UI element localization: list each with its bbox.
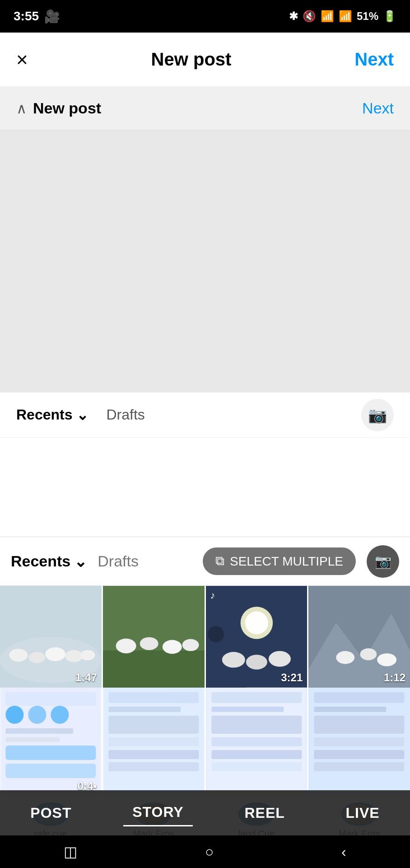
svg-point-11 — [163, 640, 182, 654]
svg-rect-50 — [314, 716, 405, 734]
svg-point-6 — [80, 650, 95, 660]
media-thumb-4[interactable]: 1:12 — [308, 586, 410, 688]
camera-status-icon: 🎥 — [44, 9, 60, 24]
screenshot-thumb-2[interactable] — [103, 688, 205, 796]
media-thumb-2[interactable] — [103, 586, 205, 688]
svg-rect-44 — [211, 737, 302, 746]
camera-icon: 📷 — [375, 553, 391, 569]
bluetooth-icon: ✱ — [289, 10, 298, 23]
svg-rect-35 — [108, 707, 181, 712]
bottom-tabs: POST STORY REEL LIVE — [0, 790, 410, 835]
inner-recents-dropdown[interactable]: Recents ⌄ — [16, 406, 89, 424]
media-duration-4: 1:12 — [384, 671, 405, 684]
recents-dropdown[interactable]: Recents ⌄ — [11, 552, 87, 571]
screenshot-thumb-3[interactable] — [206, 688, 308, 796]
media-thumb-1[interactable]: 1:47 — [0, 586, 102, 688]
svg-rect-25 — [5, 692, 96, 706]
svg-rect-46 — [211, 762, 302, 771]
tab-reel[interactable]: REEL — [235, 800, 294, 826]
svg-rect-29 — [5, 728, 73, 734]
inner-camera-button[interactable]: 📷 — [361, 399, 394, 431]
svg-rect-42 — [211, 707, 284, 712]
music-icon-3: ♪ — [210, 590, 215, 601]
status-time: 3:55 — [14, 9, 39, 24]
svg-point-16 — [222, 652, 245, 668]
svg-rect-49 — [314, 707, 387, 712]
svg-point-18 — [268, 651, 290, 667]
svg-rect-36 — [108, 716, 199, 734]
inner-toolbar: Recents ⌄ Drafts 📷 — [0, 392, 410, 438]
svg-rect-39 — [108, 762, 199, 771]
svg-point-27 — [28, 706, 46, 724]
svg-rect-52 — [314, 750, 405, 759]
svg-point-10 — [140, 637, 158, 650]
svg-point-4 — [45, 647, 65, 661]
media-duration-1: 1:47 — [75, 671, 97, 684]
svg-rect-41 — [211, 692, 302, 703]
svg-rect-31 — [5, 745, 96, 760]
media-thumb-3[interactable]: ♪ 3:21 — [206, 586, 308, 688]
battery-percent: 51% — [357, 10, 378, 23]
svg-rect-32 — [5, 764, 96, 778]
recents-chevron-icon: ⌄ — [74, 552, 87, 571]
screenshots-row: 0:4▪ — [0, 688, 410, 796]
sub-next-button[interactable]: Next — [362, 99, 394, 117]
select-multiple-button[interactable]: ⧉ SELECT MULTIPLE — [203, 547, 356, 575]
svg-point-15 — [245, 611, 268, 634]
svg-point-26 — [5, 706, 23, 724]
svg-point-17 — [246, 655, 267, 670]
nav-home-button[interactable]: ○ — [205, 844, 214, 860]
collapse-chevron-icon[interactable]: ∧ — [16, 100, 27, 117]
screenshot-thumb-4[interactable] — [308, 688, 410, 796]
sub-header-title: New post — [33, 99, 101, 117]
svg-point-9 — [116, 638, 136, 653]
svg-rect-45 — [211, 750, 302, 759]
status-bar: 3:55 🎥 ✱ 🔇 📶 📶 51% 🔋 — [0, 0, 410, 33]
svg-point-21 — [336, 651, 355, 664]
media-grid: 1:47 ♪ 3:21 — [0, 586, 410, 688]
page-title: New post — [151, 49, 232, 70]
svg-rect-8 — [103, 651, 205, 688]
svg-point-5 — [65, 650, 83, 662]
tab-live[interactable]: LIVE — [337, 800, 389, 826]
status-bar-left: 3:55 🎥 — [14, 9, 60, 24]
close-button[interactable]: × — [16, 50, 28, 70]
svg-point-12 — [182, 639, 199, 651]
select-multiple-icon: ⧉ — [215, 554, 224, 569]
camera-button[interactable]: 📷 — [367, 545, 399, 578]
sub-header-panel: ∧ New post Next — [0, 87, 410, 130]
svg-point-3 — [28, 652, 45, 663]
recents-label: Recents — [11, 552, 70, 570]
screenshot-thumb-1[interactable]: 0:4▪ — [0, 688, 102, 796]
svg-point-22 — [360, 648, 377, 660]
nav-recents-button[interactable]: ◫ — [64, 843, 77, 860]
inner-recents-chevron-icon: ⌄ — [76, 406, 89, 424]
inner-drafts-tab[interactable]: Drafts — [107, 406, 145, 423]
drafts-tab[interactable]: Drafts — [98, 552, 139, 570]
media-duration-3: 3:21 — [281, 671, 303, 684]
media-toolbar: Recents ⌄ Drafts ⧉ SELECT MULTIPLE 📷 — [0, 537, 410, 586]
svg-rect-43 — [211, 716, 302, 734]
tab-story[interactable]: STORY — [123, 799, 192, 826]
svg-rect-48 — [314, 692, 405, 703]
svg-rect-53 — [314, 762, 405, 771]
preview-area — [0, 130, 410, 392]
svg-rect-38 — [108, 750, 199, 759]
signal-icon: 📶 — [339, 10, 352, 23]
tab-post[interactable]: POST — [21, 800, 80, 826]
mute-icon: 🔇 — [303, 10, 316, 23]
nav-back-button[interactable]: ‹ — [341, 844, 346, 860]
svg-point-28 — [51, 706, 69, 724]
header: × New post Next — [0, 33, 410, 87]
next-button[interactable]: Next — [354, 49, 394, 70]
battery-icon: 🔋 — [383, 10, 396, 23]
svg-rect-34 — [108, 692, 199, 703]
svg-point-2 — [9, 649, 28, 662]
system-nav: ◫ ○ ‹ — [0, 835, 410, 868]
inner-recents-label: Recents — [16, 406, 73, 423]
wifi-icon: 📶 — [321, 10, 334, 23]
empty-panel — [0, 438, 410, 537]
sub-header-left: ∧ New post — [16, 99, 101, 117]
status-bar-right: ✱ 🔇 📶 📶 51% 🔋 — [289, 10, 396, 23]
svg-rect-37 — [108, 737, 199, 746]
